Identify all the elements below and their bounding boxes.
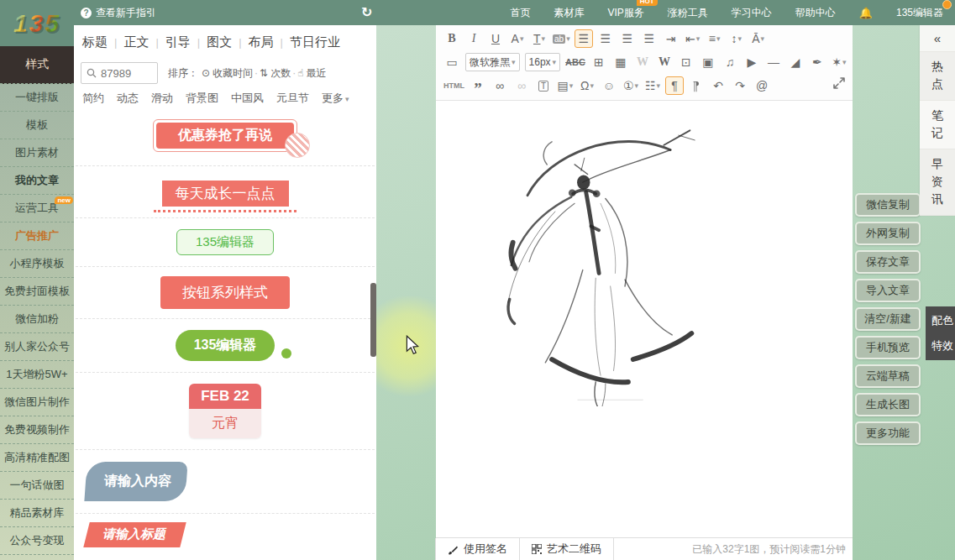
rail-item-笔记[interactable]: 笔记	[920, 101, 955, 149]
notification-bell-icon[interactable]: 🔔	[859, 7, 873, 19]
sample-speech-bubble[interactable]: 请输入内容	[84, 462, 187, 501]
paragraph-spacing-icon[interactable]: ↕▾	[727, 29, 746, 48]
filter-动态[interactable]: 动态	[117, 91, 139, 106]
sidebar-item-我的文章[interactable]: 我的文章	[0, 167, 74, 195]
sample-green-bordered-button[interactable]: 135编辑器	[176, 229, 274, 255]
action-button-更多功能[interactable]: 更多功能	[855, 421, 921, 445]
sort-option-收藏时间[interactable]: ⊙收藏时间	[202, 66, 253, 81]
action-button-生成长图[interactable]: 生成长图	[855, 393, 921, 416]
sidebar-item-1天增粉5W+[interactable]: 1天增粉5W+	[0, 361, 74, 389]
nav-item-VIP服务[interactable]: VIP服务HOT	[607, 6, 643, 20]
tab-布局[interactable]: 布局	[249, 34, 274, 50]
mention-search-icon[interactable]: @	[753, 76, 771, 95]
dark-tool-特效[interactable]: 特效	[931, 338, 955, 353]
sidebar-item-免费封面模板[interactable]: 免费封面模板	[0, 278, 74, 306]
art-qrcode-tab[interactable]: 艺术二维码	[519, 538, 614, 560]
dark-tool-配色[interactable]: 配色	[931, 313, 955, 328]
nav-item-帮助中心[interactable]: 帮助中心	[795, 6, 836, 20]
sidebar-item-公众号变现[interactable]: 公众号变现	[0, 527, 74, 555]
action-button-导入文章[interactable]: 导入文章	[855, 279, 921, 302]
sidebar-item-精品素材库[interactable]: 精品素材库	[0, 500, 74, 527]
new-document-icon[interactable]: ▭	[443, 53, 461, 71]
filter-简约[interactable]: 简约	[82, 91, 104, 106]
redo-icon[interactable]: ↷	[731, 76, 749, 95]
undo-icon[interactable]: ↶	[709, 76, 727, 95]
action-button-微信复制[interactable]: 微信复制	[855, 193, 921, 217]
highlight-icon[interactable]: ab▾	[552, 29, 571, 48]
sidebar-item-微信加粉[interactable]: 微信加粉	[0, 306, 74, 333]
sample-calendar[interactable]: FEB 22 元宵	[189, 384, 261, 438]
text-style-icon[interactable]: T▾	[530, 29, 548, 48]
video-icon[interactable]: ▶	[742, 53, 761, 71]
link-icon[interactable]: ∞	[491, 76, 509, 95]
action-button-云端草稿[interactable]: 云端草稿	[855, 364, 921, 388]
rail-item-热点[interactable]: 热点	[920, 52, 955, 101]
nav-item-首页[interactable]: 首页	[510, 6, 530, 20]
filter-more[interactable]: 更多▾	[322, 91, 349, 106]
italic-icon[interactable]: I	[464, 29, 483, 48]
strikethrough-icon[interactable]: ABC	[564, 53, 586, 71]
sidebar-item-一键排版[interactable]: 一键排版	[0, 84, 74, 112]
nav-item-学习中心[interactable]: 学习中心	[732, 6, 772, 20]
panel-scrollbar-thumb[interactable]	[370, 283, 376, 357]
nav-item-素材库[interactable]: 素材库	[554, 6, 584, 20]
sidebar-item-图片素材[interactable]: 图片素材	[0, 139, 74, 167]
ltr-paragraph-icon[interactable]: ¶	[665, 76, 684, 95]
format-brush-icon[interactable]: ✒	[808, 53, 826, 71]
rtl-paragraph-icon[interactable]: ¶	[687, 76, 706, 95]
letter-spacing-icon[interactable]: Ā▾	[749, 29, 768, 48]
align-right-icon[interactable]: ☰	[618, 29, 637, 48]
sidebar-item-免费视频制作[interactable]: 免费视频制作	[0, 416, 74, 444]
sample-partial-title[interactable]: 请输入标题	[81, 522, 186, 547]
ordered-list-icon[interactable]: ①▾	[622, 76, 640, 95]
tab-标题[interactable]: 标题	[82, 34, 108, 50]
align-center-icon[interactable]: ☰	[596, 29, 615, 48]
newbie-guide-link[interactable]: ? 查看新手指引	[81, 6, 156, 20]
tab-节日行业[interactable]: 节日行业	[290, 34, 340, 50]
image-icon[interactable]: ⊡	[677, 53, 695, 71]
music-icon[interactable]: ♫	[721, 53, 739, 71]
use-signature-tab[interactable]: 使用签名	[435, 538, 520, 560]
table-icon[interactable]: ⊞	[590, 53, 608, 71]
template-box-icon[interactable]: ▤▾	[556, 76, 575, 95]
font-size-select[interactable]: 16px ▾	[525, 53, 561, 71]
user-account-menu[interactable]: 135编辑器	[896, 6, 943, 20]
tab-引导[interactable]: 引导	[165, 34, 191, 50]
sidebar-item-小程序模板[interactable]: 小程序模板	[0, 250, 74, 278]
sidebar-item-样式[interactable]: 样式	[0, 46, 74, 84]
fullscreen-icon[interactable]	[832, 76, 846, 90]
filter-滑动[interactable]: 滑动	[151, 91, 173, 106]
sort-option-次数[interactable]: ⇅次数	[260, 66, 291, 81]
table-style-icon[interactable]: ▦	[611, 53, 630, 71]
outdent-icon[interactable]: ⇤▾	[684, 29, 702, 48]
tab-图文[interactable]: 图文	[207, 34, 232, 50]
rail-item-早资讯[interactable]: 早资讯	[920, 149, 955, 216]
line-height-icon[interactable]: ≡▾	[706, 29, 724, 48]
sample-red-button[interactable]: 按钮系列样式	[160, 276, 290, 309]
editor-canvas[interactable]	[436, 101, 853, 537]
bold-icon[interactable]: B	[443, 29, 461, 48]
sidebar-item-运营工具[interactable]: 运营工具new	[0, 195, 74, 222]
action-button-保存文章[interactable]: 保存文章	[855, 250, 921, 274]
unordered-list-icon[interactable]: ☷▾	[643, 76, 662, 95]
magic-wand-icon[interactable]: ✶▾	[830, 53, 848, 71]
align-justify-icon[interactable]: ☰	[640, 29, 659, 48]
filter-背景图[interactable]: 背景图	[186, 91, 218, 106]
word-import-icon[interactable]: W	[655, 53, 674, 71]
emoji-icon[interactable]: ☺	[600, 76, 618, 95]
indent-icon[interactable]: ⇥	[662, 29, 680, 48]
sample-green-pill[interactable]: 135编辑器	[162, 330, 288, 361]
horizontal-rule-icon[interactable]: —	[764, 53, 783, 71]
sample-coupon-button[interactable]: 优惠券抢了再说	[153, 119, 297, 152]
app-logo[interactable]: 135	[0, 0, 74, 46]
image-album-icon[interactable]: ▣	[699, 53, 717, 71]
action-button-清空/新建[interactable]: 清空/新建	[855, 307, 921, 331]
sidebar-item-一句话做图[interactable]: 一句话做图	[0, 472, 74, 500]
eraser-icon[interactable]: ◢	[786, 53, 805, 71]
blockquote-icon[interactable]: ”	[469, 76, 487, 95]
sample-grow-title[interactable]: 每天成长一点点	[74, 181, 376, 212]
nav-item-涨粉工具[interactable]: 涨粉工具	[668, 6, 708, 20]
align-left-icon[interactable]: ☰	[575, 29, 593, 48]
action-button-手机预览[interactable]: 手机预览	[855, 336, 921, 359]
search-input[interactable]: 87989	[81, 62, 158, 84]
